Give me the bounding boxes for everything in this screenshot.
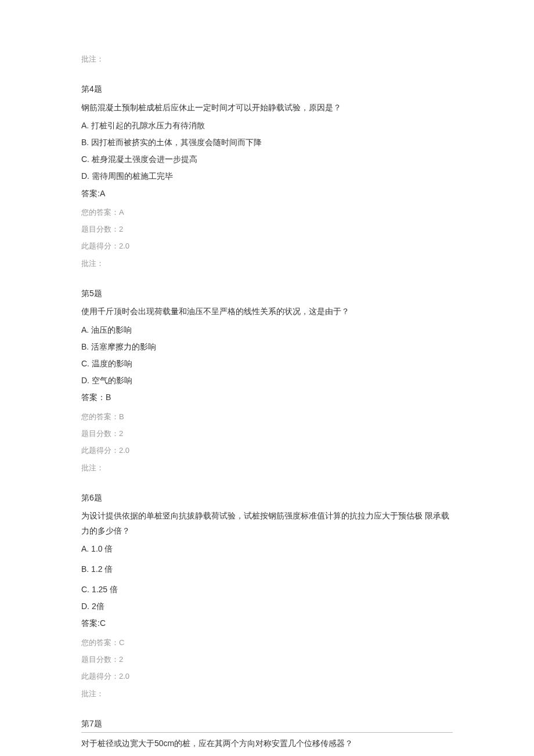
question-title: 第6题: [81, 491, 453, 505]
question-4-block: 第4题 钢筋混凝土预制桩成桩后应休止一定时间才可以开始静载试验，原因是？ A. …: [81, 82, 453, 270]
option-d: D. 空气的影响: [81, 373, 453, 388]
your-answer: 您的答案：B: [81, 410, 453, 423]
option-c: C. 桩身混凝土强度会进一步提高: [81, 152, 453, 167]
option-d: D. 需待周围的桩施工完毕: [81, 169, 453, 183]
intro-comment: 批注：: [81, 52, 453, 66]
option-c: C. 温度的影响: [81, 357, 453, 371]
option-b: B. 因打桩而被挤实的土体，其强度会随时间而下降: [81, 135, 453, 150]
question-text: 对于桩径或边宽大于50cm的桩，应在其两个方向对称安置几个位移传感器？: [81, 736, 453, 751]
score-total: 题目分数：2: [81, 222, 453, 236]
question-5-block: 第5题 使用千斤顶时会出现荷载量和油压不呈严格的线性关系的状况，这是由于？ A.…: [81, 286, 453, 474]
question-text: 使用千斤顶时会出现荷载量和油压不呈严格的线性关系的状况，这是由于？: [81, 304, 453, 319]
option-b: B. 活塞摩擦力的影响: [81, 340, 453, 354]
comment-label: 批注：: [81, 257, 453, 270]
question-title: 第5题: [81, 286, 453, 301]
question-text: 钢筋混凝土预制桩成桩后应休止一定时间才可以开始静载试验，原因是？: [81, 100, 453, 115]
score-total: 题目分数：2: [81, 427, 453, 440]
option-b: B. 1.2 倍: [81, 562, 453, 577]
score-got: 此题得分：2.0: [81, 239, 453, 253]
comment-label: 批注：: [81, 687, 453, 700]
comment-label: 批注：: [81, 461, 453, 474]
question-7-block: 第7题 对于桩径或边宽大于50cm的桩，应在其两个方向对称安置几个位移传感器？: [81, 717, 453, 751]
question-6-block: 第6题 为设计提供依据的单桩竖向抗拔静载荷试验，试桩按钢筋强度标准值计算的抗拉力…: [81, 491, 453, 700]
question-text: 为设计提供依据的单桩竖向抗拔静载荷试验，试桩按钢筋强度标准值计算的抗拉力应大于预…: [81, 509, 453, 538]
option-c: C. 1.25 倍: [81, 582, 453, 597]
question-title: 第4题: [81, 82, 453, 96]
score-got: 此题得分：2.0: [81, 444, 453, 457]
option-a: A. 油压的影响: [81, 323, 453, 337]
correct-answer: 答案：B: [81, 390, 453, 405]
question-title: 第7题: [81, 717, 453, 733]
correct-answer: 答案:C: [81, 616, 453, 631]
option-a: A. 1.0 倍: [81, 542, 453, 556]
score-got: 此题得分：2.0: [81, 669, 453, 683]
score-total: 题目分数：2: [81, 653, 453, 666]
your-answer: 您的答案：C: [81, 636, 453, 649]
option-d: D. 2倍: [81, 599, 453, 614]
your-answer: 您的答案：A: [81, 206, 453, 219]
option-a: A. 打桩引起的孔隙水压力有待消散: [81, 118, 453, 133]
correct-answer: 答案:A: [81, 186, 453, 201]
